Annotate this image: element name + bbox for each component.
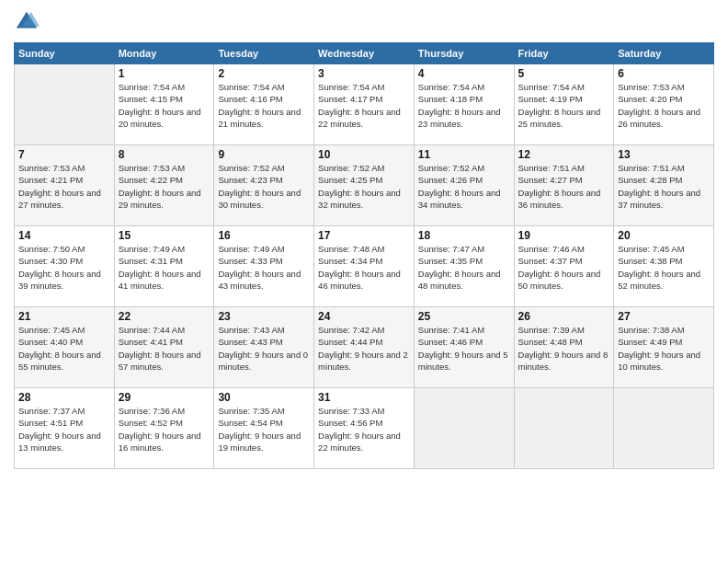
- cell-info: Sunrise: 7:33 AMSunset: 4:56 PMDaylight:…: [318, 405, 410, 454]
- cell-info: Sunrise: 7:54 AMSunset: 4:17 PMDaylight:…: [318, 81, 410, 130]
- cell-info: Sunrise: 7:36 AMSunset: 4:52 PMDaylight:…: [119, 405, 210, 454]
- calendar-cell: 5 Sunrise: 7:54 AMSunset: 4:19 PMDayligh…: [514, 64, 614, 145]
- calendar-cell: 19 Sunrise: 7:46 AMSunset: 4:37 PMDaylig…: [514, 226, 614, 307]
- cell-info: Sunrise: 7:52 AMSunset: 4:25 PMDaylight:…: [318, 162, 410, 211]
- calendar-cell: 7 Sunrise: 7:53 AMSunset: 4:21 PMDayligh…: [15, 145, 115, 226]
- calendar-cell: 18 Sunrise: 7:47 AMSunset: 4:35 PMDaylig…: [414, 226, 514, 307]
- cell-info: Sunrise: 7:54 AMSunset: 4:18 PMDaylight:…: [418, 81, 510, 130]
- day-number: 17: [318, 229, 410, 242]
- calendar-cell: 17 Sunrise: 7:48 AMSunset: 4:34 PMDaylig…: [314, 226, 415, 307]
- cell-info: Sunrise: 7:39 AMSunset: 4:48 PMDaylight:…: [518, 324, 610, 373]
- day-number: 11: [418, 148, 510, 161]
- calendar-cell: 12 Sunrise: 7:51 AMSunset: 4:27 PMDaylig…: [514, 145, 614, 226]
- day-number: 4: [418, 67, 510, 80]
- cell-info: Sunrise: 7:37 AMSunset: 4:51 PMDaylight:…: [18, 405, 110, 454]
- cell-info: Sunrise: 7:53 AMSunset: 4:20 PMDaylight:…: [618, 81, 710, 130]
- day-number: 26: [518, 310, 610, 323]
- day-number: 25: [418, 310, 510, 323]
- calendar-cell: 16 Sunrise: 7:49 AMSunset: 4:33 PMDaylig…: [214, 226, 314, 307]
- calendar-week-row: 7 Sunrise: 7:53 AMSunset: 4:21 PMDayligh…: [15, 145, 714, 226]
- calendar-cell: 2 Sunrise: 7:54 AMSunset: 4:16 PMDayligh…: [214, 64, 314, 145]
- calendar-cell: 9 Sunrise: 7:52 AMSunset: 4:23 PMDayligh…: [214, 145, 314, 226]
- cell-info: Sunrise: 7:49 AMSunset: 4:33 PMDaylight:…: [218, 243, 310, 292]
- cell-info: Sunrise: 7:42 AMSunset: 4:44 PMDaylight:…: [318, 324, 410, 373]
- calendar-cell: 20 Sunrise: 7:45 AMSunset: 4:38 PMDaylig…: [614, 226, 714, 307]
- calendar-cell: 26 Sunrise: 7:39 AMSunset: 4:48 PMDaylig…: [514, 307, 614, 388]
- cell-info: Sunrise: 7:43 AMSunset: 4:43 PMDaylight:…: [218, 324, 310, 373]
- cell-info: Sunrise: 7:35 AMSunset: 4:54 PMDaylight:…: [218, 405, 310, 454]
- day-number: 30: [218, 391, 310, 404]
- calendar-cell: 24 Sunrise: 7:42 AMSunset: 4:44 PMDaylig…: [314, 307, 415, 388]
- calendar-cell: 3 Sunrise: 7:54 AMSunset: 4:17 PMDayligh…: [314, 64, 415, 145]
- cell-info: Sunrise: 7:54 AMSunset: 4:16 PMDaylight:…: [218, 81, 310, 130]
- calendar-cell: [514, 388, 614, 469]
- day-number: 7: [18, 148, 110, 161]
- cell-info: Sunrise: 7:44 AMSunset: 4:41 PMDaylight:…: [119, 324, 210, 373]
- calendar-header-row: SundayMondayTuesdayWednesdayThursdayFrid…: [15, 43, 714, 64]
- cell-info: Sunrise: 7:53 AMSunset: 4:21 PMDaylight:…: [18, 162, 110, 211]
- cell-info: Sunrise: 7:45 AMSunset: 4:38 PMDaylight:…: [618, 243, 710, 292]
- day-number: 5: [518, 67, 610, 80]
- cell-info: Sunrise: 7:52 AMSunset: 4:23 PMDaylight:…: [218, 162, 310, 211]
- day-number: 27: [618, 310, 710, 323]
- cell-info: Sunrise: 7:54 AMSunset: 4:15 PMDaylight:…: [119, 81, 210, 130]
- day-number: 19: [518, 229, 610, 242]
- calendar-cell: 25 Sunrise: 7:41 AMSunset: 4:46 PMDaylig…: [414, 307, 514, 388]
- day-number: 9: [218, 148, 310, 161]
- cell-info: Sunrise: 7:51 AMSunset: 4:28 PMDaylight:…: [618, 162, 710, 211]
- cell-info: Sunrise: 7:38 AMSunset: 4:49 PMDaylight:…: [618, 324, 710, 373]
- calendar-cell: 11 Sunrise: 7:52 AMSunset: 4:26 PMDaylig…: [414, 145, 514, 226]
- cell-info: Sunrise: 7:46 AMSunset: 4:37 PMDaylight:…: [518, 243, 610, 292]
- calendar-cell: [614, 388, 714, 469]
- day-number: 18: [418, 229, 510, 242]
- logo-icon: [14, 9, 40, 35]
- calendar-week-row: 1 Sunrise: 7:54 AMSunset: 4:15 PMDayligh…: [15, 64, 714, 145]
- calendar-cell: 30 Sunrise: 7:35 AMSunset: 4:54 PMDaylig…: [214, 388, 314, 469]
- calendar-cell: 1 Sunrise: 7:54 AMSunset: 4:15 PMDayligh…: [114, 64, 214, 145]
- calendar-cell: 6 Sunrise: 7:53 AMSunset: 4:20 PMDayligh…: [614, 64, 714, 145]
- calendar-cell: 8 Sunrise: 7:53 AMSunset: 4:22 PMDayligh…: [114, 145, 214, 226]
- day-number: 22: [119, 310, 210, 323]
- cell-info: Sunrise: 7:51 AMSunset: 4:27 PMDaylight:…: [518, 162, 610, 211]
- day-number: 13: [618, 148, 710, 161]
- calendar-cell: 14 Sunrise: 7:50 AMSunset: 4:30 PMDaylig…: [15, 226, 115, 307]
- day-number: 21: [18, 310, 110, 323]
- day-header: Sunday: [15, 43, 115, 64]
- day-number: 20: [618, 229, 710, 242]
- day-number: 29: [119, 391, 210, 404]
- day-number: 24: [318, 310, 410, 323]
- day-number: 1: [119, 67, 210, 80]
- calendar-cell: 29 Sunrise: 7:36 AMSunset: 4:52 PMDaylig…: [114, 388, 214, 469]
- calendar-cell: 13 Sunrise: 7:51 AMSunset: 4:28 PMDaylig…: [614, 145, 714, 226]
- calendar-cell: 28 Sunrise: 7:37 AMSunset: 4:51 PMDaylig…: [15, 388, 115, 469]
- day-number: 31: [318, 391, 410, 404]
- cell-info: Sunrise: 7:48 AMSunset: 4:34 PMDaylight:…: [318, 243, 410, 292]
- day-number: 2: [218, 67, 310, 80]
- day-number: 12: [518, 148, 610, 161]
- calendar-week-row: 21 Sunrise: 7:45 AMSunset: 4:40 PMDaylig…: [15, 307, 714, 388]
- calendar-table: SundayMondayTuesdayWednesdayThursdayFrid…: [14, 42, 714, 469]
- day-number: 8: [119, 148, 210, 161]
- calendar-cell: [414, 388, 514, 469]
- calendar-cell: 22 Sunrise: 7:44 AMSunset: 4:41 PMDaylig…: [114, 307, 214, 388]
- logo: [14, 9, 43, 35]
- page-header: [14, 9, 714, 35]
- day-number: 15: [119, 229, 210, 242]
- cell-info: Sunrise: 7:54 AMSunset: 4:19 PMDaylight:…: [518, 81, 610, 130]
- calendar-cell: 21 Sunrise: 7:45 AMSunset: 4:40 PMDaylig…: [15, 307, 115, 388]
- calendar-cell: 10 Sunrise: 7:52 AMSunset: 4:25 PMDaylig…: [314, 145, 415, 226]
- calendar-week-row: 28 Sunrise: 7:37 AMSunset: 4:51 PMDaylig…: [15, 388, 714, 469]
- day-number: 3: [318, 67, 410, 80]
- cell-info: Sunrise: 7:52 AMSunset: 4:26 PMDaylight:…: [418, 162, 510, 211]
- day-header: Tuesday: [214, 43, 314, 64]
- cell-info: Sunrise: 7:49 AMSunset: 4:31 PMDaylight:…: [119, 243, 210, 292]
- day-number: 10: [318, 148, 410, 161]
- cell-info: Sunrise: 7:45 AMSunset: 4:40 PMDaylight:…: [18, 324, 110, 373]
- day-header: Monday: [114, 43, 214, 64]
- day-number: 14: [18, 229, 110, 242]
- day-header: Wednesday: [314, 43, 415, 64]
- calendar-cell: 23 Sunrise: 7:43 AMSunset: 4:43 PMDaylig…: [214, 307, 314, 388]
- cell-info: Sunrise: 7:50 AMSunset: 4:30 PMDaylight:…: [18, 243, 110, 292]
- day-number: 16: [218, 229, 310, 242]
- calendar-cell: 27 Sunrise: 7:38 AMSunset: 4:49 PMDaylig…: [614, 307, 714, 388]
